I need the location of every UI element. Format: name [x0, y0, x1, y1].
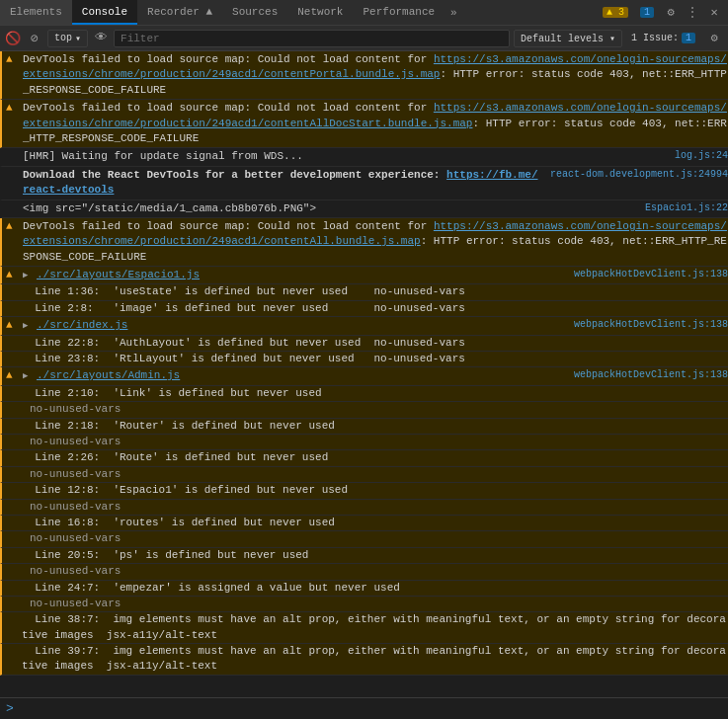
log-subline-text: Line 12:8: 'Espacio1' is defined but nev…: [22, 483, 728, 498]
log-body: ./src/layouts/Admin.js: [37, 368, 568, 383]
tab-performance[interactable]: Performance: [353, 0, 445, 25]
warn-icon: ▲: [6, 268, 20, 280]
tab-network[interactable]: Network: [287, 0, 353, 25]
log-source[interactable]: webpackHotDevClient.js:138: [574, 318, 728, 330]
log-source[interactable]: webpackHotDevClient.js:138: [574, 368, 728, 380]
clear-console-icon[interactable]: 🚫: [4, 30, 22, 47]
log-level-label: Default levels ▾: [521, 33, 615, 44]
eye-icon[interactable]: 👁: [92, 30, 110, 47]
devtools-tabbar: Elements Console Recorder ▲ Sources Netw…: [0, 0, 728, 26]
log-icon: [6, 168, 20, 169]
log-entry: ▲DevTools failed to load source map: Cou…: [0, 51, 728, 100]
log-source[interactable]: webpackHotDevClient.js:138: [574, 268, 728, 280]
filter-input-wrap: [114, 30, 510, 47]
log-entry: ▲DevTools failed to load source map: Cou…: [0, 100, 728, 148]
warn-icon: ▲: [6, 368, 20, 381]
log-subline: Line 12:8: 'Espacio1' is defined but nev…: [0, 483, 728, 499]
log-subline: Line 23:8: 'RtlLayout' is defined but ne…: [0, 352, 728, 367]
log-subline: no-unused-vars: [0, 564, 728, 580]
log-body: ./src/index.js: [37, 318, 568, 333]
log-subline-text: Line 38:7: img elements must have an alt…: [22, 612, 728, 643]
log-entry: Download the React DevTools for a better…: [0, 167, 728, 200]
issue-count: 1: [682, 33, 695, 43]
settings-icon[interactable]: ⚙: [661, 3, 681, 23]
log-body: [HMR] Waiting for update signal from WDS…: [23, 149, 669, 164]
log-subline: Line 20:5: 'ps' is defined but never use…: [0, 548, 728, 564]
log-subline-text: Line 39:7: img elements must have an alt…: [22, 644, 728, 675]
log-body: DevTools failed to load source map: Coul…: [23, 52, 728, 98]
console-output: ▲DevTools failed to load source map: Cou…: [0, 51, 728, 697]
log-level-dropdown[interactable]: Default levels ▾: [514, 30, 622, 47]
collapsible-warn-entry[interactable]: ▲▶./src/layouts/Espacio1.jswebpackHotDev…: [0, 267, 728, 284]
log-subline-text: no-unused-vars: [22, 597, 728, 611]
log-entry: <img src="/static/media/1_cama.cb8b076b.…: [0, 200, 728, 218]
collapse-arrow-icon: ▶: [23, 318, 35, 331]
collapse-arrow-icon: ▶: [23, 268, 35, 280]
tab-recorder[interactable]: Recorder ▲: [137, 0, 222, 25]
filter-bar: 🚫 ⊘ top ▾ 👁 Default levels ▾ 1 Issue: 1 …: [0, 26, 728, 51]
log-subline-text: Line 2:10: 'Link' is defined but never u…: [22, 386, 728, 401]
warn-icon: ▲: [6, 52, 20, 65]
collapse-arrow-icon: ▶: [23, 368, 35, 381]
filter-settings-icon[interactable]: ⚙: [704, 29, 724, 48]
log-source[interactable]: react-dom.development.js:24994: [550, 168, 728, 180]
log-subline: Line 2:26: 'Route' is defined but never …: [0, 450, 728, 466]
warn-count: ▲ 3: [603, 7, 628, 18]
warn-badge[interactable]: ▲ 3: [598, 5, 633, 20]
log-source[interactable]: log.js:24: [675, 149, 728, 161]
log-body: ./src/layouts/Espacio1.js: [37, 268, 568, 282]
log-subline-text: no-unused-vars: [22, 500, 728, 515]
log-body: DevTools failed to load source map: Coul…: [23, 219, 728, 265]
log-subline: no-unused-vars: [0, 531, 728, 547]
log-subline: Line 2:18: 'Router' is defined but never…: [0, 419, 728, 435]
warn-icon: ▲: [6, 101, 20, 114]
more-icon[interactable]: ⋮: [683, 3, 702, 23]
tab-overflow-button[interactable]: »: [445, 3, 463, 23]
log-icon: [6, 149, 20, 150]
log-body: DevTools failed to load source map: Coul…: [23, 101, 728, 146]
filter-icon[interactable]: ⊘: [26, 30, 43, 47]
context-label: top: [54, 33, 72, 43]
log-subline: Line 39:7: img elements must have an alt…: [0, 644, 728, 676]
issue-label: 1 Issue:: [631, 33, 679, 43]
log-source[interactable]: Espacio1.js:22: [645, 201, 728, 213]
log-subline-text: Line 16:8: 'routes' is defined but never…: [22, 516, 728, 530]
log-subline-text: Line 2:26: 'Route' is defined but never …: [22, 450, 728, 465]
console-prompt: >: [6, 701, 14, 716]
log-subline-text: Line 23:8: 'RtlLayout' is defined but ne…: [22, 352, 728, 366]
info-count: 1: [640, 7, 654, 18]
log-subline-text: no-unused-vars: [22, 402, 728, 417]
collapsible-warn-entry[interactable]: ▲▶./src/index.jswebpackHotDevClient.js:1…: [0, 317, 728, 335]
collapsible-warn-entry-expanded[interactable]: ▲▶./src/layouts/Admin.jswebpackHotDevCli…: [0, 367, 728, 385]
filter-input[interactable]: [121, 33, 503, 44]
log-subline-text: Line 24:7: 'empezar' is assigned a value…: [22, 581, 728, 596]
context-arrow: ▾: [75, 33, 81, 44]
log-entry: [HMR] Waiting for update signal from WDS…: [0, 148, 728, 166]
log-subline: no-unused-vars: [0, 402, 728, 418]
context-selector[interactable]: top ▾: [47, 30, 88, 47]
info-badge[interactable]: 1: [635, 5, 659, 20]
console-input-row: >: [0, 697, 728, 719]
issue-badge[interactable]: 1 Issue: 1: [626, 31, 700, 45]
tab-console[interactable]: Console: [72, 0, 137, 25]
log-subline-text: Line 20:5: 'ps' is defined but never use…: [22, 548, 728, 563]
log-subline-text: Line 2:18: 'Router' is defined but never…: [22, 419, 728, 434]
log-subline: Line 2:8: 'image' is defined but never u…: [0, 301, 728, 317]
log-subline-text: Line 2:8: 'image' is defined but never u…: [22, 301, 728, 316]
log-subline-text: no-unused-vars: [22, 531, 728, 546]
close-icon[interactable]: ✕: [704, 3, 724, 23]
log-subline: Line 2:10: 'Link' is defined but never u…: [0, 386, 728, 402]
log-subline: no-unused-vars: [0, 435, 728, 450]
log-subline-text: no-unused-vars: [22, 435, 728, 449]
warn-icon: ▲: [6, 318, 20, 331]
log-subline-text: Line 22:8: 'AuthLayout' is defined but n…: [22, 336, 728, 351]
tab-elements[interactable]: Elements: [0, 0, 72, 25]
log-subline: no-unused-vars: [0, 597, 728, 612]
log-subline-text: Line 1:36: 'useState' is defined but nev…: [22, 284, 728, 299]
log-subline: Line 1:36: 'useState' is defined but nev…: [0, 284, 728, 300]
log-subline: Line 24:7: 'empezar' is assigned a value…: [0, 581, 728, 597]
console-input[interactable]: [20, 703, 722, 715]
tab-sources[interactable]: Sources: [222, 0, 287, 25]
warn-icon: ▲: [6, 219, 20, 232]
log-subline: no-unused-vars: [0, 467, 728, 483]
